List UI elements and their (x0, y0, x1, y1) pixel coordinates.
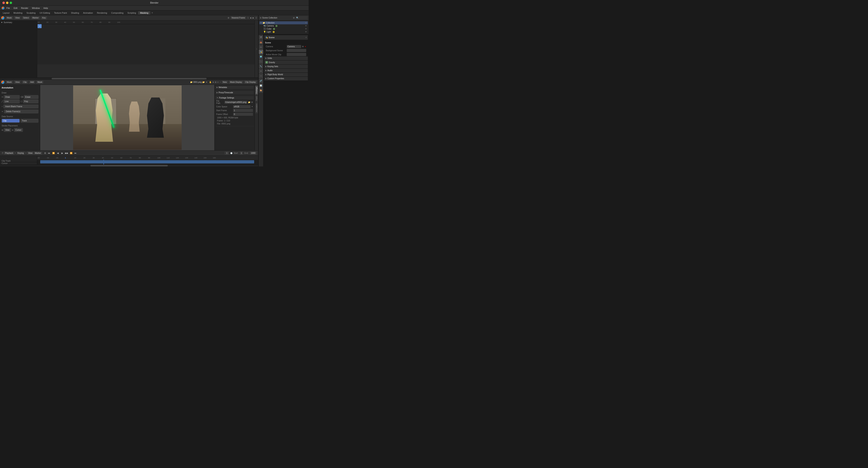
clip-source-btn[interactable]: Clip (2, 119, 20, 123)
constraints-tab[interactable]: 🔗 (259, 79, 263, 83)
camera-link-icon[interactable]: ⚙ (302, 46, 304, 48)
tab-scripting[interactable]: Scripting (125, 11, 138, 14)
menu-help[interactable]: Help (42, 6, 50, 10)
world-props-tab[interactable]: 🌍 (259, 55, 263, 59)
rigid-body-header[interactable]: ▶ Rigid Body World (264, 73, 308, 76)
keying-btn[interactable]: Keying (17, 152, 25, 154)
keying-sets-header[interactable]: ▶ Keying Sets (264, 65, 308, 68)
clip-close-icon[interactable]: ✕ (206, 81, 208, 84)
start-frame-input[interactable]: 1 (240, 152, 243, 154)
clip-folder-icon[interactable]: 📂 (202, 81, 205, 83)
erase-btn[interactable]: Erase (24, 95, 38, 99)
timeline-h-scroll[interactable] (0, 165, 258, 167)
view-layer-tab[interactable]: 🗂 (259, 45, 263, 49)
color-space-value[interactable]: sRGB (233, 105, 251, 108)
clip-mask-btn[interactable]: Mask (36, 81, 43, 84)
next-keyframe-btn[interactable]: ⏩ (69, 151, 73, 155)
proxy-header[interactable]: ▶ Proxy/Timecode (215, 91, 254, 94)
camera-prop-value[interactable]: Camera (287, 45, 301, 48)
maximize-button[interactable] (10, 2, 12, 4)
tab-sculpting[interactable]: Sculpting (25, 11, 38, 14)
view-btn[interactable]: View (27, 152, 34, 154)
mask-marker-btn[interactable]: Marker (31, 16, 40, 19)
mask-scroll-thumb[interactable] (52, 78, 207, 80)
mask-h-scroll[interactable] (0, 78, 258, 80)
file-path-value[interactable]: /Users/nigel.s/0001.png (224, 101, 247, 104)
tab-uv-editing[interactable]: UV Editing (38, 11, 52, 14)
footage-tab[interactable]: Footage (255, 86, 258, 95)
metadata-header[interactable]: ▶ Metadata (215, 86, 254, 89)
menu-render[interactable]: Render (20, 6, 30, 10)
gravity-header[interactable]: ✓ Gravity (264, 60, 308, 64)
cube-item[interactable]: ⬛ Cube 👁 (259, 27, 308, 30)
clip-mask-display[interactable]: Mask Display (229, 81, 243, 84)
track-tab[interactable]: Track (255, 95, 258, 102)
clip-add-btn[interactable]: Add (29, 81, 35, 84)
current-frame-input[interactable]: 1 (225, 152, 229, 154)
timeline-scroll-thumb[interactable] (90, 165, 168, 167)
outliner-filter-icon[interactable]: ⊞ (293, 17, 294, 19)
obj-props-tab[interactable]: ⬛ (259, 59, 263, 64)
units-header[interactable]: ▶ Units (264, 57, 308, 60)
camera-eye[interactable]: 👁 (305, 25, 307, 27)
marker-btn[interactable]: Marker (34, 152, 42, 154)
tab-shading[interactable]: Shading (69, 11, 81, 14)
start-frame-value[interactable]: 1 (233, 109, 253, 112)
play-btn[interactable]: ▶ (60, 151, 64, 155)
bg-scene-value[interactable] (287, 49, 306, 52)
mask-select-btn[interactable]: Select (22, 16, 30, 19)
collapse-icon[interactable]: ⟨⟩ (255, 17, 257, 19)
collection-item[interactable]: ▼ 📁 Collection 👁 (259, 21, 308, 24)
camera-clear-icon[interactable]: ✕ (305, 46, 306, 48)
minimize-button[interactable] (6, 2, 8, 4)
cube-eye[interactable]: 👁 (305, 28, 307, 30)
clip-view-btn[interactable]: View (14, 81, 21, 84)
material-props-tab[interactable]: 🎨 (259, 88, 263, 93)
light-item[interactable]: 💡 Light 👁 (259, 30, 308, 33)
light-eye[interactable]: 👁 (305, 31, 307, 33)
prev-keyframe-btn[interactable]: ⏪ (52, 151, 56, 155)
modifier-props-tab[interactable]: 🔧 (259, 64, 263, 68)
movie-clip-value[interactable] (287, 53, 306, 56)
clip-mask-type[interactable]: Mask (6, 81, 13, 84)
record-btn[interactable]: ⏺ (44, 152, 46, 154)
view-stroke-btn[interactable]: View (4, 128, 11, 132)
collection-eye[interactable]: 👁 (305, 22, 307, 24)
nav-next-icon[interactable]: ▶ (253, 17, 254, 19)
particle-props-tab[interactable]: ✦ (259, 69, 263, 74)
physics-props-tab[interactable]: ⚛ (259, 74, 263, 78)
track-source-btn[interactable]: Track (21, 119, 38, 123)
plus-icon[interactable]: + (220, 81, 221, 83)
menu-file[interactable]: File (5, 6, 12, 10)
frame-offset-value[interactable]: 0 (233, 113, 253, 116)
scene-search-icon[interactable]: ⌖ (306, 36, 307, 38)
menu-window[interactable]: Window (30, 6, 41, 10)
tab-rendering[interactable]: Rendering (95, 11, 109, 14)
tab-modeling[interactable]: Modeling (11, 11, 25, 14)
tab-masking[interactable]: Masking (138, 11, 150, 14)
file-browse-icon[interactable]: 📁 (248, 101, 250, 103)
output-props-tab[interactable]: 📤 (259, 40, 263, 45)
custom-props-header[interactable]: ▶ Custom Properties (264, 77, 308, 80)
menu-edit[interactable]: Edit (12, 6, 19, 10)
scene-props-tab[interactable]: 🎭 (259, 50, 263, 54)
tab-animation[interactable]: Animation (81, 11, 95, 14)
insert-blank-btn[interactable]: Insert Blank Frame (3, 105, 38, 108)
step-fwd-btn[interactable]: ▶▶ (65, 151, 69, 155)
cursor-stroke-btn[interactable]: Cursor (14, 128, 23, 132)
collapse-panel-btn[interactable]: ⟩ (255, 21, 258, 78)
nav-prev-icon[interactable]: ◀ (250, 17, 251, 19)
tab-texture-paint[interactable]: Texture Paint (52, 11, 69, 14)
clip-clip-btn[interactable]: Clip (22, 81, 28, 84)
add-workspace-button[interactable]: + (150, 11, 154, 15)
delete-frames-btn[interactable]: Delete Frame(s) (4, 110, 38, 113)
data-props-tab[interactable]: 📊 (259, 83, 263, 88)
mask-type-btn[interactable]: Mask (6, 16, 13, 19)
render-props-tab[interactable]: 🎬 (259, 35, 263, 39)
outliner-search[interactable] (296, 16, 307, 19)
jump-start-btn[interactable]: ⏮ (47, 151, 51, 155)
nearest-frame-btn[interactable]: Nearest Frame (230, 16, 246, 19)
audio-header[interactable]: ▶ Audio (264, 69, 308, 72)
jump-end-btn[interactable]: ⏭ (73, 151, 78, 155)
close-button[interactable] (2, 2, 5, 4)
